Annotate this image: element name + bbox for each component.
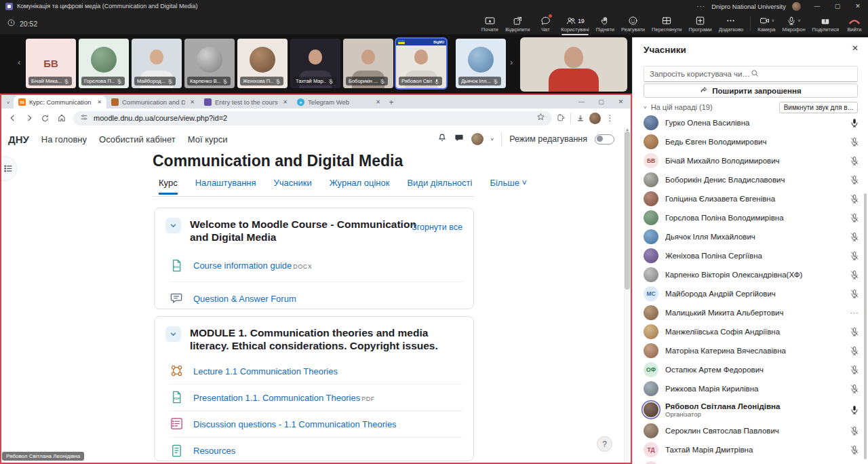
video-tile[interactable]: Майбород... [132, 39, 182, 88]
section-collapse-icon[interactable]: ˅ [644, 104, 647, 111]
chevron-down-icon[interactable]: ˅ [797, 18, 800, 23]
mic-muted-icon[interactable] [849, 289, 860, 298]
page-scrollbar-thumb[interactable] [625, 132, 630, 290]
mic-muted-icon[interactable] [849, 270, 860, 279]
toolbar-people-button[interactable]: 19Користувачі [557, 12, 592, 35]
participant-row[interactable]: ТДТахтай Марія Дмитрівна [633, 440, 868, 459]
video-tile[interactable]: Тахтай Мар... [290, 39, 340, 88]
participant-row[interactable]: Рябовол Світлана ЛеонідівнаОрганізатор [633, 398, 868, 421]
mic-muted-icon[interactable] [849, 232, 860, 241]
toolbar-mic-button[interactable]: ˅Мікрофон [779, 12, 809, 35]
downloads-icon[interactable] [573, 111, 587, 125]
mic-muted-icon[interactable] [849, 346, 860, 355]
window-close-button[interactable]: ✕ [848, 0, 868, 12]
browser-close-button[interactable]: ✕ [611, 95, 631, 108]
participant-row[interactable]: Голіцина Єлизавета Євгенівна [633, 189, 868, 208]
toolbar-popout-button[interactable]: Відкріпити [502, 12, 533, 35]
edit-mode-toggle[interactable] [595, 134, 614, 144]
participant-row[interactable]: Бедь Євген Володимирович [633, 132, 868, 151]
moodle-nav-link-2[interactable]: Мої курси [188, 134, 228, 144]
help-button[interactable]: ? [597, 436, 612, 452]
mic-muted-icon[interactable] [849, 194, 860, 204]
section-collapse-button[interactable] [165, 218, 181, 233]
notifications-bell-icon[interactable] [437, 133, 447, 145]
tab-close-icon[interactable]: ✕ [97, 99, 102, 105]
toolbar-sharetray-button[interactable]: Поділитися [809, 12, 842, 35]
video-tile[interactable]: Боборикін ... [343, 39, 393, 88]
browser-tab[interactable]: Entry test to the course “Comm✕ [199, 96, 292, 109]
participant-row[interactable]: Рижкова Марія Кирилівна [633, 379, 868, 398]
activity-link[interactable]: Resources [193, 446, 235, 456]
window-minimize-button[interactable]: — [807, 0, 827, 12]
video-tile[interactable]: Дьячок Ілл... [456, 39, 506, 88]
mic-muted-icon[interactable] [849, 445, 860, 455]
participant-row[interactable]: ЧВЧорнобай Поліна Володимирівна [633, 459, 868, 464]
strip-scroll-left-icon[interactable]: ‹ [18, 57, 20, 67]
home-icon[interactable] [54, 111, 68, 125]
course-tab[interactable]: Журнал оцінок [330, 178, 390, 193]
course-tab[interactable]: Учасники [274, 178, 312, 193]
forward-icon[interactable] [22, 111, 36, 125]
tab-close-icon[interactable]: ✕ [190, 99, 195, 105]
activity-link[interactable]: Lecture 1.1 Communication Theories [193, 366, 338, 376]
titlebar-more-icon[interactable]: ··· [696, 3, 705, 10]
section-collapse-button[interactable] [165, 326, 181, 342]
mic-muted-icon[interactable] [849, 137, 860, 147]
browser-minimize-button[interactable]: — [572, 95, 591, 108]
mic-muted-icon[interactable] [849, 384, 860, 393]
site-settings-icon[interactable] [80, 112, 88, 124]
course-index-drawer-button[interactable] [1, 156, 17, 181]
moodle-logo[interactable]: ДНУ [8, 134, 29, 145]
toolbar-react-button[interactable]: Реагувати [618, 12, 648, 35]
video-tile[interactable]: БВБічай Мика... [26, 39, 76, 88]
video-tile[interactable]: Женіхова П... [237, 39, 288, 88]
participant-row[interactable]: Карпенко Вікторія Олександрівна(ХФ) [633, 265, 868, 284]
activity-link[interactable]: Course information guide [193, 260, 292, 271]
mic-muted-icon[interactable] [849, 365, 860, 374]
mic-muted-icon[interactable] [849, 426, 860, 436]
participant-row[interactable]: Женіхова Поліна Сергіївна [633, 246, 868, 265]
tab-search-icon[interactable]: ˅ [3, 96, 14, 109]
chevron-down-icon[interactable]: ˅ [772, 18, 774, 23]
collapse-all-link[interactable]: Згорнути все [412, 223, 462, 232]
course-tab[interactable]: Види діяльності [407, 178, 472, 193]
share-invite-button[interactable]: Поширити запрошення [644, 83, 858, 98]
participant-row[interactable]: Дьячок Ілля Михайлович [633, 227, 868, 246]
strip-scroll-right-icon[interactable]: › [510, 57, 513, 67]
mute-all-button[interactable]: Вимкнути звук для в... [779, 102, 858, 113]
spotlight-video-tile[interactable] [520, 37, 627, 92]
participant-row[interactable]: ОФОстапюк Артем Федорович [633, 360, 868, 379]
course-tab[interactable]: Налаштування [195, 178, 256, 193]
toolbar-chat-button[interactable]: Чат [533, 12, 557, 35]
browser-tab[interactable]: mКурс: Communication and Digi✕ [14, 96, 106, 109]
toolbar-camera-button[interactable]: ˅Камера [754, 12, 778, 35]
page-scrollbar[interactable]: ▲ [624, 128, 631, 463]
video-tile[interactable]: Карпенко В... [184, 39, 235, 88]
toolbar-present-button[interactable]: Почати [477, 12, 502, 35]
mic-on-icon[interactable] [849, 405, 860, 414]
browser-tab[interactable]: Communication and Digital Me✕ [106, 96, 199, 109]
moodle-nav-link-0[interactable]: На головну [41, 134, 87, 144]
extensions-icon[interactable] [554, 111, 568, 125]
address-bar[interactable]: moodle.dnu.dp.ua/course/view.php?id=2 [73, 111, 552, 125]
panel-close-icon[interactable]: ✕ [852, 43, 859, 53]
video-tile[interactable]: Горєлова П... [79, 39, 129, 88]
tab-close-icon[interactable]: ✕ [376, 99, 380, 105]
reload-icon[interactable] [38, 111, 52, 125]
course-tab[interactable]: Більше ˅ [490, 178, 527, 193]
participant-row[interactable]: Малицький Микита Альбертович··· [633, 303, 868, 322]
activity-link[interactable]: Question & Answer Forum [193, 294, 296, 304]
browser-tab[interactable]: ➤Telegram Web✕ [292, 96, 385, 109]
toolbar-hangup-button[interactable]: Вийти [842, 12, 867, 35]
window-maximize-button[interactable]: ▢ [827, 0, 848, 12]
account-avatar[interactable] [792, 2, 801, 11]
new-tab-button[interactable]: + [385, 96, 397, 109]
participant-row[interactable]: МСМайборода Андрій Сергійович [633, 284, 868, 303]
moodle-nav-link-1[interactable]: Особистий кабінет [99, 134, 176, 144]
participant-row[interactable]: БВБічай Михайло Володимирович [633, 151, 868, 170]
toolbar-more-button[interactable]: Додатково [715, 12, 747, 35]
mic-muted-icon[interactable] [849, 327, 860, 336]
toolbar-apps-button[interactable]: Програми [686, 12, 715, 35]
participant-row[interactable]: Горєлова Поліна Володимирівна [633, 208, 868, 227]
activity-link[interactable]: Discussion questions - 1.1 Communication… [193, 419, 397, 429]
